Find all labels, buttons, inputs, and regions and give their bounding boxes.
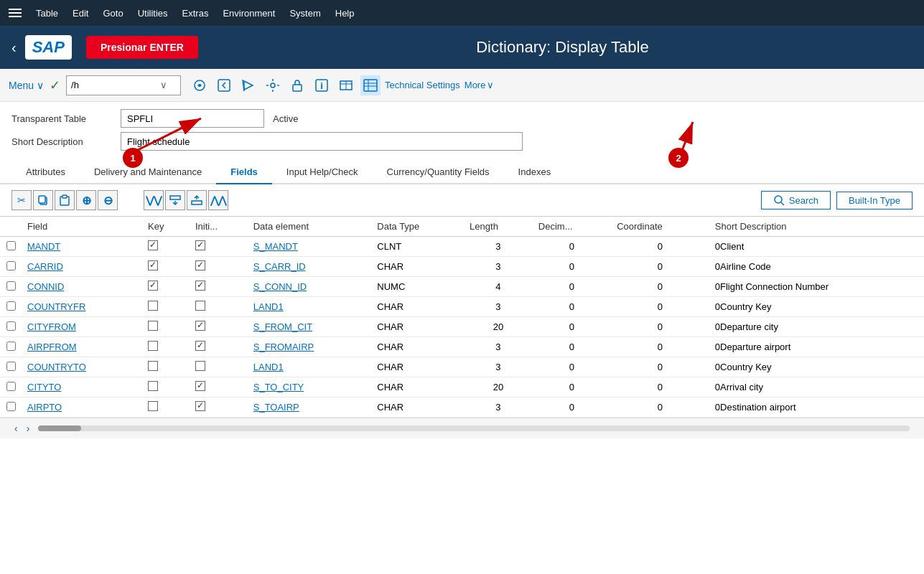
checkbox-cell[interactable] — [148, 341, 158, 351]
init-cell[interactable] — [190, 297, 248, 317]
data-element-link[interactable]: S_MANDT — [253, 241, 298, 252]
field-name-cell[interactable]: AIRPFROM — [22, 337, 142, 357]
short-description-input[interactable] — [121, 132, 523, 151]
init-cell[interactable] — [190, 257, 248, 277]
add-row-icon[interactable]: ⊕ — [76, 190, 96, 210]
col-data-type[interactable]: Data Type — [371, 217, 464, 237]
checkbox[interactable] — [6, 342, 16, 351]
data-element-cell[interactable]: S_TOAIRP — [248, 397, 372, 418]
scroll-right-btn[interactable]: › — [24, 421, 33, 436]
key-cell[interactable] — [142, 397, 190, 418]
row-select-cell[interactable] — [0, 357, 22, 377]
row-down-icon[interactable] — [165, 190, 185, 210]
init-cell[interactable] — [190, 237, 248, 257]
field-link[interactable]: COUNTRYTO — [27, 362, 86, 372]
tab-fields[interactable]: Fields — [216, 161, 272, 184]
col-field[interactable]: Field — [22, 217, 142, 237]
hamburger-menu[interactable] — [9, 9, 22, 17]
check-button[interactable]: ✓ — [50, 77, 60, 93]
row-up-icon[interactable] — [187, 190, 207, 210]
checkbox-cell[interactable] — [148, 381, 158, 391]
checkbox-cell[interactable] — [195, 401, 205, 411]
checkbox[interactable] — [6, 402, 16, 411]
init-cell[interactable] — [190, 337, 248, 357]
data-element-link[interactable]: LAND1 — [253, 301, 284, 312]
scissors-icon[interactable]: ✂ — [11, 190, 32, 210]
menu-table[interactable]: Table — [36, 8, 58, 19]
checkbox-cell[interactable] — [195, 301, 205, 311]
field-name-cell[interactable]: COUNTRYTO — [22, 357, 142, 377]
move-top-icon[interactable]: ⋀⋀ — [208, 190, 228, 210]
scroll-thumb[interactable] — [38, 425, 81, 431]
field-link[interactable]: COUNTRYFR — [27, 301, 85, 312]
table-wrapper[interactable]: Field Key Initi... Data element Data Typ… — [0, 216, 924, 418]
customize-icon[interactable] — [190, 75, 210, 95]
data-element-link[interactable]: S_TO_CITY — [253, 382, 304, 392]
tab-indexes[interactable]: Indexes — [504, 161, 566, 184]
checkbox-cell[interactable] — [148, 321, 158, 331]
tab-input-help[interactable]: Input Help/Check — [272, 161, 373, 184]
paste-icon[interactable] — [55, 190, 75, 210]
tab-delivery[interactable]: Delivery and Maintenance — [80, 161, 216, 184]
col-coordinate[interactable]: Coordinate — [611, 217, 709, 237]
presionar-enter-button[interactable]: Presionar ENTER — [86, 36, 198, 59]
menu-edit[interactable]: Edit — [73, 8, 88, 19]
data-element-cell[interactable]: S_CONN_ID — [248, 277, 372, 297]
technical-settings-link[interactable]: Technical Settings — [385, 80, 460, 90]
menu-help[interactable]: Help — [335, 8, 355, 19]
field-name-cell[interactable]: MANDT — [22, 237, 142, 257]
checkbox-cell[interactable] — [148, 281, 158, 291]
data-element-cell[interactable]: S_MANDT — [248, 237, 372, 257]
col-init[interactable]: Initi... — [190, 217, 248, 237]
data-element-cell[interactable]: S_CARR_ID — [248, 257, 372, 277]
key-cell[interactable] — [142, 357, 190, 377]
checkbox-cell[interactable] — [195, 361, 205, 371]
row-select-cell[interactable] — [0, 257, 22, 277]
copy-icon[interactable] — [33, 190, 53, 210]
data-element-link[interactable]: S_TOAIRP — [253, 402, 299, 413]
lock-icon[interactable] — [287, 75, 307, 95]
field-link[interactable]: AIRPTO — [27, 402, 62, 413]
table-icon-2[interactable] — [360, 75, 381, 95]
data-element-link[interactable]: S_CONN_ID — [253, 281, 307, 292]
scroll-left-btn[interactable]: ‹ — [11, 421, 21, 436]
data-element-cell[interactable]: S_FROMAIRP — [248, 337, 372, 357]
data-element-cell[interactable]: LAND1 — [248, 297, 372, 317]
data-element-cell[interactable]: S_TO_CITY — [248, 377, 372, 397]
data-element-link[interactable]: S_CARR_ID — [253, 261, 306, 272]
key-cell[interactable] — [142, 237, 190, 257]
field-name-cell[interactable]: COUNTRYFR — [22, 297, 142, 317]
init-cell[interactable] — [190, 377, 248, 397]
init-cell[interactable] — [190, 397, 248, 418]
col-short-desc[interactable]: Short Description — [709, 217, 924, 237]
data-element-link[interactable]: S_FROMAIRP — [253, 342, 314, 352]
key-cell[interactable] — [142, 337, 190, 357]
field-link[interactable]: MANDT — [27, 241, 60, 252]
checkbox-cell[interactable] — [195, 381, 205, 391]
menu-utilities[interactable]: Utilities — [138, 8, 168, 19]
col-key[interactable]: Key — [142, 217, 190, 237]
checkbox[interactable] — [6, 321, 16, 331]
more-button[interactable]: More ∨ — [465, 80, 495, 90]
init-cell[interactable] — [190, 277, 248, 297]
command-input-container[interactable]: ∨ — [66, 75, 181, 95]
checkbox-cell[interactable] — [148, 361, 158, 371]
checkbox-cell[interactable] — [195, 341, 205, 351]
field-link[interactable]: AIRPFROM — [27, 342, 77, 352]
checkbox[interactable] — [6, 241, 16, 250]
init-cell[interactable] — [190, 357, 248, 377]
field-name-cell[interactable]: CONNID — [22, 277, 142, 297]
key-cell[interactable] — [142, 297, 190, 317]
built-in-type-button[interactable]: Built-In Type — [836, 192, 913, 210]
checkbox[interactable] — [6, 362, 16, 371]
col-length[interactable]: Length — [464, 217, 533, 237]
field-name-cell[interactable]: CITYFROM — [22, 317, 142, 337]
command-field[interactable] — [71, 80, 157, 90]
back-button[interactable]: ‹ — [11, 39, 17, 56]
row-select-cell[interactable] — [0, 277, 22, 297]
field-name-cell[interactable]: AIRPTO — [22, 397, 142, 418]
checkbox-cell[interactable] — [148, 301, 158, 311]
checkbox-cell[interactable] — [195, 321, 205, 331]
checkbox[interactable] — [6, 281, 16, 291]
next-icon[interactable] — [238, 75, 258, 95]
